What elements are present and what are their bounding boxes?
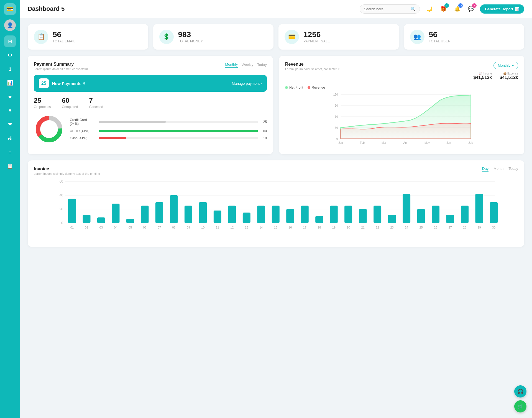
chat-button[interactable]: 💬 5	[466, 4, 476, 14]
email-icon: 📋	[34, 30, 48, 44]
sidebar-item-chart[interactable]: 📊	[4, 77, 16, 89]
stat-card-payment: 💳 1256 PAYMENT SALE	[278, 24, 399, 50]
invoice-x-label: 03	[99, 226, 103, 229]
bar-credit-card: Credit Card (24%) 25	[70, 118, 267, 126]
payment-label: PAYMENT SALE	[303, 39, 330, 43]
avatar[interactable]: 👤	[4, 19, 16, 31]
svg-text:60: 60	[335, 115, 338, 118]
tab-today[interactable]: Today	[257, 62, 267, 68]
search-box[interactable]: 🔍	[360, 4, 420, 14]
invoice-x-label: 20	[347, 226, 350, 229]
invoice-x-label: 02	[85, 226, 88, 229]
invoice-bar	[155, 202, 163, 223]
new-payments-label: New Payments	[52, 81, 85, 86]
invoice-bar	[301, 206, 309, 223]
invoice-x-label: 07	[158, 226, 161, 229]
sidebar: 💳 👤 ⊞ ⚙ ℹ 📊 ★ ♥ ❤ 🖨 ≡ 📋	[0, 0, 20, 418]
bell-badge: 12	[458, 3, 463, 8]
manage-payment-link[interactable]: Manage payment ›	[232, 81, 262, 86]
itab-today[interactable]: Today	[508, 166, 518, 172]
invoice-chart: 60 40 20 0 01020304050607080910111213141…	[34, 179, 518, 240]
invoice-x-label: 15	[274, 226, 277, 229]
svg-text:Jun: Jun	[446, 141, 451, 144]
svg-text:Feb: Feb	[360, 141, 365, 144]
itab-day[interactable]: Day	[482, 166, 488, 172]
invoice-titles: Invoice Lorem Ipsum is simply dummy text…	[34, 166, 100, 175]
invoice-x-label: 22	[376, 226, 379, 229]
invoice-card: Invoice Lorem Ipsum is simply dummy text…	[28, 160, 524, 247]
invoice-bar	[446, 215, 454, 223]
invoice-x-label: 12	[230, 226, 234, 229]
svg-text:120: 120	[333, 93, 338, 96]
sidebar-item-list[interactable]: 📋	[4, 160, 16, 172]
itab-month[interactable]: Month	[493, 166, 503, 172]
bar-cash: Cash (41%) 10	[70, 136, 267, 140]
svg-text:60: 60	[60, 179, 63, 183]
stat-canceled: 7 Canceled	[89, 97, 103, 109]
stat-cards: 📋 56 TOTAL EMAIL 💲 983 TOTAL MONEY 💳 125…	[28, 24, 524, 50]
new-payments-dot	[83, 82, 85, 84]
income-item: 📈 Income $41,512k	[474, 72, 492, 80]
revenue-period-select[interactable]: Monthly ▾	[493, 62, 518, 69]
two-col-section: Payment Summary Lorem ipsum dolor sit am…	[28, 56, 524, 154]
invoice-tab-group: Day Month Today	[482, 166, 518, 172]
sidebar-item-info[interactable]: ℹ	[4, 63, 16, 75]
sidebar-item-heart1[interactable]: ♥	[4, 105, 16, 116]
svg-text:90: 90	[335, 104, 338, 107]
search-input[interactable]	[364, 7, 408, 11]
generate-report-button[interactable]: Generate Report 📊	[480, 4, 524, 14]
invoice-x-labels: 0102030405060708091011121314151617181920…	[70, 226, 495, 229]
sidebar-item-heart2[interactable]: ❤	[4, 119, 16, 130]
gift-button[interactable]: 🎁 2	[438, 4, 448, 14]
stat-card-user: 👥 56 TOTAL USER	[404, 24, 525, 50]
tab-weekly[interactable]: Weekly	[242, 62, 253, 68]
invoice-subtitle: Lorem Ipsum is simply dummy text of the …	[34, 172, 100, 175]
tab-monthly[interactable]: Monthly	[225, 62, 238, 68]
invoice-bar	[417, 209, 425, 223]
stat-on-process: 25 On process	[34, 97, 51, 109]
invoice-bar	[228, 206, 236, 223]
invoice-bar	[286, 209, 294, 223]
invoice-x-label: 08	[172, 226, 175, 229]
invoice-bar	[330, 206, 338, 223]
invoice-bar	[141, 206, 149, 223]
revenue-subtitle: Lorem ipsum dolor sit amet, consectetur	[285, 67, 339, 71]
payment-summary-card: Payment Summary Lorem ipsum dolor sit am…	[28, 56, 273, 154]
cart-button[interactable]: 🛒	[514, 400, 526, 412]
invoice-x-label: 16	[288, 226, 292, 229]
bell-button[interactable]: 🔔 12	[452, 4, 462, 14]
header: Dashboard 5 🔍 🌙 🎁 2 🔔 12 💬 5 Generate Re…	[20, 0, 532, 18]
payment-stats-row: 25 On process 60 Completed 7 Canceled	[34, 97, 267, 109]
sidebar-item-star[interactable]: ★	[4, 91, 16, 102]
payment-info: 1256 PAYMENT SALE	[303, 30, 330, 43]
theme-toggle[interactable]: 🌙	[424, 4, 434, 14]
sidebar-item-settings[interactable]: ⚙	[4, 49, 16, 61]
payment-summary-subtitle: Lorem ipsum dolor sit amet, consectetur	[34, 67, 88, 71]
money-number: 983	[178, 30, 203, 39]
new-payments-count: 25	[39, 78, 49, 88]
sidebar-item-dashboard[interactable]: ⊞	[4, 35, 16, 47]
sidebar-item-print[interactable]: 🖨	[4, 132, 16, 144]
invoice-x-label: 04	[114, 226, 117, 229]
svg-text:0: 0	[61, 221, 63, 225]
invoice-x-label: 17	[303, 226, 306, 229]
stat-card-email: 📋 56 TOTAL EMAIL	[28, 24, 148, 50]
invoice-bar	[257, 206, 265, 223]
payment-bottom: Credit Card (24%) 25 UPI ID (41%) 60	[34, 114, 267, 144]
invoice-x-label: 26	[434, 226, 437, 229]
sidebar-logo[interactable]: 💳	[4, 3, 16, 15]
invoice-x-label: 14	[259, 226, 263, 229]
sidebar-item-menu[interactable]: ≡	[4, 146, 16, 158]
invoice-bar	[126, 219, 134, 223]
svg-text:Apr: Apr	[403, 141, 408, 144]
payment-icon: 💳	[285, 30, 299, 44]
invoice-bar	[199, 202, 207, 223]
donut-chart	[34, 114, 64, 144]
svg-text:July: July	[469, 141, 474, 144]
support-button[interactable]: 🎧	[514, 385, 526, 398]
invoice-x-label: 24	[405, 226, 408, 229]
new-payments-left: 25 New Payments	[39, 78, 85, 88]
invoice-x-label: 05	[129, 226, 132, 229]
stat-card-money: 💲 983 TOTAL MONEY	[153, 24, 274, 50]
invoice-x-label: 21	[361, 226, 365, 229]
